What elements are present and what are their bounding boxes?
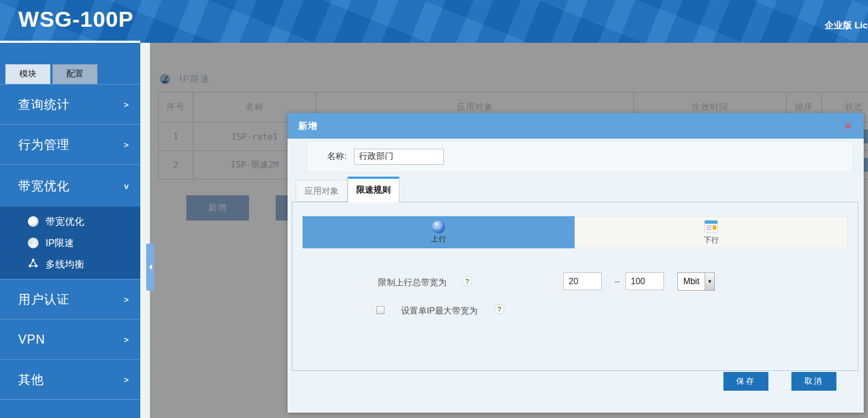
help-icon[interactable]: ?	[494, 304, 504, 314]
header-divider	[0, 41, 140, 43]
tab-config[interactable]: 配置	[52, 64, 97, 84]
sidebar-item-bandwidth[interactable]: 带宽优化 v	[0, 164, 140, 207]
gauge-icon	[28, 238, 39, 248]
bandwidth-max-input[interactable]	[625, 272, 664, 290]
limit-rules-panel: 上行 下行 限制上行总	[292, 202, 858, 371]
sidebar-subitem-ip-limit[interactable]: IP限速	[0, 232, 140, 254]
close-icon[interactable]: ✕	[843, 120, 853, 132]
sidebar: 模块 配置 查询统计 > 行为管理 > 带宽优化 v 带宽优化 IP限速	[0, 43, 140, 418]
globe-icon	[432, 221, 445, 233]
tab-modules[interactable]: 模块	[5, 64, 50, 84]
chevron-right-icon: >	[124, 100, 129, 109]
webpage-icon	[704, 220, 718, 234]
bandwidth-min-input[interactable]	[563, 272, 602, 290]
name-label: 名称:	[327, 151, 346, 162]
sidebar-collapse-handle[interactable]	[146, 244, 154, 291]
app-logo: WSG-100P	[18, 7, 133, 32]
per-ip-checkbox[interactable]	[376, 306, 384, 314]
balance-icon	[28, 258, 39, 271]
bandwidth-limit-label: 限制上行总带宽为	[378, 277, 447, 288]
chevron-right-icon: >	[124, 375, 129, 384]
cancel-button[interactable]: 取消	[791, 372, 836, 391]
chevron-down-icon: v	[124, 181, 129, 191]
sidebar-tabs: 模块 配置	[0, 43, 140, 84]
sidebar-item-query-stats[interactable]: 查询统计 >	[0, 84, 140, 124]
direction-selector: 上行 下行	[303, 216, 848, 248]
tab-limit-rules[interactable]: 限速规则	[348, 177, 399, 202]
sidebar-item-partial[interactable]	[0, 399, 140, 418]
wsg-admin-window: WSG-100P 企业版 Lice 模块 配置 查询统计 > 行为管理 > 带宽…	[0, 0, 868, 418]
sidebar-item-vpn[interactable]: VPN >	[0, 319, 140, 359]
sidebar-submenu-bandwidth: 带宽优化 IP限速 多线均衡	[0, 207, 140, 279]
chevron-right-icon: >	[124, 295, 129, 304]
direction-downstream[interactable]: 下行	[575, 216, 848, 248]
sphere-icon	[28, 216, 39, 227]
dialog-title: 新增	[298, 120, 318, 132]
sidebar-item-behavior[interactable]: 行为管理 >	[0, 124, 140, 164]
dialog-header: 新增 ✕	[288, 113, 864, 139]
tab-apply-target[interactable]: 应用对象	[296, 180, 348, 202]
per-ip-label: 设置单IP最大带宽为	[401, 306, 478, 317]
chevron-right-icon: >	[124, 140, 129, 149]
direction-upstream[interactable]: 上行	[303, 216, 575, 248]
sidebar-subitem-multiline[interactable]: 多线均衡	[0, 254, 140, 275]
sidebar-subitem-bandwidth-opt[interactable]: 带宽优化	[0, 211, 140, 232]
name-field-group: 名称:	[306, 141, 853, 172]
range-dash: –	[615, 277, 620, 286]
chevron-right-icon: >	[124, 335, 129, 344]
save-button[interactable]: 保存	[723, 372, 768, 391]
top-header-bar: WSG-100P 企业版 Lice	[0, 0, 868, 43]
add-rule-dialog: 新增 ✕ 名称: 应用对象 限速规则 上行	[288, 113, 864, 413]
sidebar-item-user-auth[interactable]: 用户认证 >	[0, 279, 140, 319]
sidebar-item-other[interactable]: 其他 >	[0, 359, 140, 399]
collapse-left-icon	[149, 264, 152, 270]
license-link[interactable]: 企业版 Lice	[825, 19, 868, 32]
name-input[interactable]	[354, 149, 444, 165]
help-icon[interactable]: ?	[462, 276, 472, 286]
dialog-tabs: 应用对象 限速规则	[296, 177, 399, 202]
unit-select[interactable]: Mbit ▼	[677, 272, 715, 291]
dropdown-arrow-icon: ▼	[705, 273, 714, 290]
